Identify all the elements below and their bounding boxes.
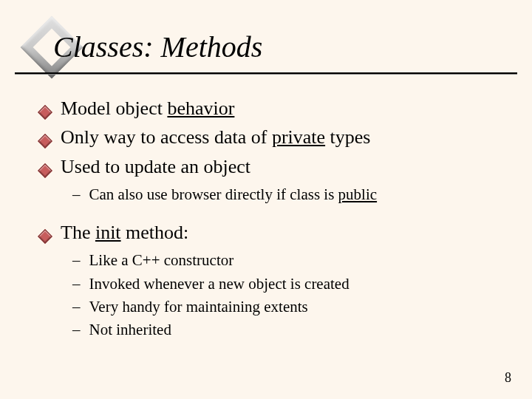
page-number: 8	[505, 370, 511, 386]
title-underline	[15, 72, 517, 75]
dash-icon: –	[72, 250, 81, 270]
bullet-text-post: method:	[121, 222, 189, 243]
bullet-text-underline: behavior	[167, 98, 234, 119]
diamond-bullet-icon	[40, 223, 50, 248]
diamond-bullet-icon	[40, 157, 50, 182]
sub-text-underline: public	[338, 185, 378, 203]
bullet-text-pre: Used to update an object	[61, 156, 250, 177]
slide-body: Model object behavior Only way to access…	[40, 95, 502, 343]
dash-icon: –	[72, 296, 81, 317]
sub-text-pre: Invoked whenever a new object is created	[89, 275, 349, 293]
bullet-text-underline: private	[272, 126, 325, 148]
sub-text-pre: Like a C++ constructor	[89, 251, 234, 269]
sub-text-pre: Not inherited	[89, 321, 171, 338]
bullet-item: Model object behavior	[40, 96, 502, 123]
bullet-text-pre: The	[61, 222, 95, 243]
dash-icon: –	[72, 184, 81, 205]
bullet-item: Used to update an object	[40, 154, 502, 182]
dash-icon: –	[72, 273, 81, 294]
sub-text-pre: Can also use browser directly if class i…	[89, 185, 338, 203]
sub-bullet-item: – Like a C++ constructor	[72, 250, 502, 270]
sub-bullet-item: – Invoked whenever a new object is creat…	[72, 273, 502, 294]
bullet-text-pre: Only way to access data of	[61, 126, 272, 148]
dash-icon: –	[72, 319, 81, 340]
bullet-text-pre: Model object	[61, 98, 167, 119]
sub-bullet-item: – Not inherited	[72, 319, 502, 340]
diamond-bullet-icon	[40, 99, 50, 123]
sub-text-pre: Very handy for maintaining extents	[89, 298, 308, 316]
sub-bullet-item: – Very handy for maintaining extents	[72, 296, 502, 317]
diamond-bullet-icon	[40, 128, 50, 152]
bullet-item: Only way to access data of private types	[40, 125, 502, 152]
bullet-item: The init method:	[40, 220, 502, 248]
sub-bullet-item: – Can also use browser directly if class…	[72, 184, 502, 205]
bullet-text-underline: init	[95, 222, 121, 243]
slide-title: Classes: Methods	[53, 30, 262, 64]
bullet-text-post: types	[325, 126, 370, 148]
